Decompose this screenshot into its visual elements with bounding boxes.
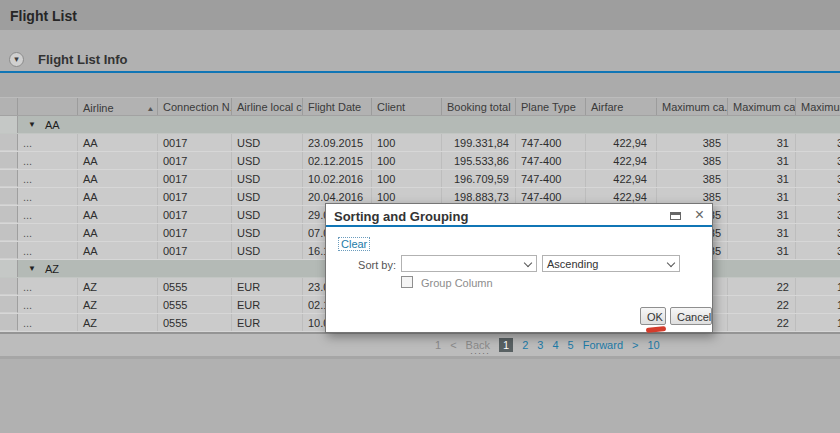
- row-details-cell[interactable]: ...: [18, 152, 78, 169]
- cell-max-capacity-2: 31: [728, 170, 796, 187]
- row-details-cell[interactable]: ...: [18, 188, 78, 205]
- cell-flight-date: 02.12.2015: [303, 152, 372, 169]
- table-row: ... AA 0017 USD 10.02.2016 100 196.709,5…: [0, 170, 840, 188]
- back-arrow-icon: <: [450, 339, 456, 351]
- cell-max-capacity-3: 3: [796, 152, 840, 169]
- page-title-bar: Flight List: [0, 0, 840, 30]
- cancel-button[interactable]: Cancel: [670, 307, 712, 325]
- dialog-accent-line: [326, 225, 712, 227]
- cell-client: 100: [372, 152, 442, 169]
- cell-connection: 0017: [158, 242, 232, 259]
- group-column-checkbox[interactable]: [401, 276, 413, 288]
- column-header-currency[interactable]: Airline local c...: [232, 98, 303, 115]
- column-header-plane-type[interactable]: Plane Type: [516, 98, 586, 115]
- maximize-icon[interactable]: [670, 212, 681, 220]
- paginator-page-2[interactable]: 2: [522, 339, 528, 351]
- cell-currency: USD: [232, 206, 303, 223]
- row-selector[interactable]: [0, 152, 18, 169]
- cell-max-capacity-2: 31: [728, 152, 796, 169]
- cell-currency: EUR: [232, 314, 303, 331]
- cell-currency: USD: [232, 170, 303, 187]
- paginator-page-4[interactable]: 4: [552, 339, 558, 351]
- collapse-group-icon[interactable]: ▼: [28, 120, 36, 129]
- row-selector[interactable]: [0, 134, 18, 151]
- cell-connection: 0555: [158, 278, 232, 295]
- column-header-airfare[interactable]: Airfare: [586, 98, 657, 115]
- close-icon[interactable]: ×: [695, 205, 704, 225]
- row-selector[interactable]: [0, 278, 18, 295]
- paginator-last-page[interactable]: 10: [647, 339, 659, 351]
- paginator-current-page[interactable]: 1: [499, 338, 513, 352]
- cell-currency: USD: [232, 134, 303, 151]
- row-details-cell[interactable]: ...: [18, 170, 78, 187]
- paginator-forward[interactable]: Forward: [583, 339, 623, 351]
- cell-max-capacity-2: 31: [728, 242, 796, 259]
- cell-airline: AA: [78, 134, 158, 151]
- cell-flight-date: 23.09.2015: [303, 134, 372, 151]
- cell-max-capacity-2: 22: [728, 296, 796, 313]
- cell-currency: USD: [232, 152, 303, 169]
- cell-max-capacity-3: 3: [796, 242, 840, 259]
- paginator-row-indicator: 1: [435, 339, 441, 351]
- forward-arrow-icon[interactable]: >: [632, 339, 638, 351]
- row-details-cell[interactable]: ...: [18, 296, 78, 313]
- cell-max-capacity-3: 3: [796, 134, 840, 151]
- row-selector[interactable]: [0, 188, 18, 205]
- row-details-cell[interactable]: ...: [18, 278, 78, 295]
- cell-max-capacity-3: 1: [796, 278, 840, 295]
- row-details-cell[interactable]: ...: [18, 242, 78, 259]
- sort-direction-combobox[interactable]: Ascending: [542, 255, 680, 272]
- cell-plane-type: 747-400: [516, 170, 586, 187]
- sort-by-label: Sort by:: [346, 259, 396, 271]
- sort-direction-value: Ascending: [547, 258, 598, 270]
- column-header-client[interactable]: Client: [372, 98, 442, 115]
- cell-booking-total: 196.709,59: [442, 170, 516, 187]
- dialog-title: Sorting and Grouping: [334, 209, 468, 224]
- cell-max-capacity-3: 1: [796, 296, 840, 313]
- row-selector[interactable]: [0, 242, 18, 259]
- column-header-max-capacity-3[interactable]: Maximum...: [796, 98, 840, 115]
- row-details-cell[interactable]: ...: [18, 134, 78, 151]
- paginator-page-3[interactable]: 3: [537, 339, 543, 351]
- clear-link[interactable]: Clear: [338, 237, 370, 251]
- paginator-page-5[interactable]: 5: [568, 339, 574, 351]
- column-header-connection[interactable]: Connection N...: [158, 98, 232, 115]
- sort-ascending-icon: ▲: [146, 105, 154, 112]
- cell-max-capacity-3: 3: [796, 188, 840, 205]
- cell-airline: AA: [78, 188, 158, 205]
- column-header-flight-date[interactable]: Flight Date: [303, 98, 372, 115]
- row-selector[interactable]: [0, 116, 18, 133]
- row-selector[interactable]: [0, 260, 18, 277]
- column-header-max-capacity-2[interactable]: Maximum ca...: [728, 98, 796, 115]
- row-selector[interactable]: [0, 314, 18, 331]
- column-header-airline[interactable]: Airline ▲: [78, 98, 158, 115]
- panel-collapse-button[interactable]: ▾: [9, 52, 24, 67]
- cell-airfare: 422,94: [586, 152, 657, 169]
- row-selector[interactable]: [0, 170, 18, 187]
- paginator: 1 < Back 1 2 3 4 5 Forward > 10: [435, 338, 660, 352]
- cell-connection: 0017: [158, 134, 232, 151]
- cell-max-capacity-3: 1: [796, 314, 840, 331]
- cell-client: 100: [372, 170, 442, 187]
- cell-max-capacity-2: 31: [728, 134, 796, 151]
- column-header-booking-total[interactable]: Booking total: [442, 98, 516, 115]
- sort-by-combobox[interactable]: [401, 255, 537, 272]
- collapse-group-icon[interactable]: ▼: [28, 264, 36, 273]
- cell-max-capacity-2: 31: [728, 188, 796, 205]
- row-selector[interactable]: [0, 296, 18, 313]
- row-selector[interactable]: [0, 206, 18, 223]
- cell-airfare: 422,94: [586, 170, 657, 187]
- ok-button[interactable]: OK: [640, 307, 666, 325]
- table-row: ... AA 0017 USD 23.09.2015 100 199.331,8…: [0, 134, 840, 152]
- row-details-cell[interactable]: ...: [18, 224, 78, 241]
- row-selector[interactable]: [0, 224, 18, 241]
- column-header-max-capacity-1[interactable]: Maximum ca...: [657, 98, 728, 115]
- row-details-cell[interactable]: ...: [18, 314, 78, 331]
- cell-connection: 0017: [158, 188, 232, 205]
- cell-connection: 0017: [158, 170, 232, 187]
- cell-currency: USD: [232, 224, 303, 241]
- select-all-header-cell[interactable]: [0, 98, 18, 115]
- cell-booking-total: 199.331,84: [442, 134, 516, 151]
- group-label: AZ: [45, 263, 59, 275]
- row-details-cell[interactable]: ...: [18, 206, 78, 223]
